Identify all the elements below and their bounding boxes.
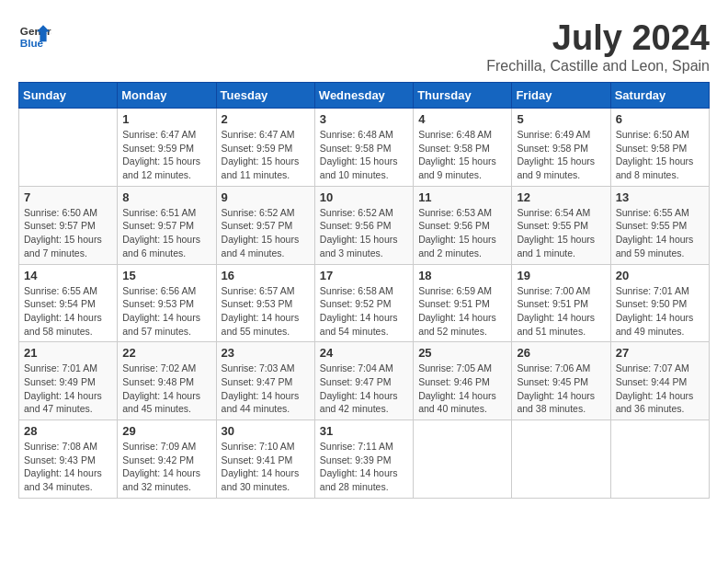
day-cell: 30Sunrise: 7:10 AM Sunset: 9:41 PM Dayli…: [216, 420, 314, 499]
month-title: July 2024: [486, 18, 710, 58]
day-cell: 3Sunrise: 6:48 AM Sunset: 9:58 PM Daylig…: [314, 109, 413, 187]
day-number: 22: [122, 346, 210, 360]
week-row: 7Sunrise: 6:50 AM Sunset: 9:57 PM Daylig…: [19, 186, 710, 264]
day-info: Sunrise: 7:04 AM Sunset: 9:47 PM Dayligh…: [320, 362, 408, 416]
week-row: 14Sunrise: 6:55 AM Sunset: 9:54 PM Dayli…: [19, 264, 710, 342]
day-cell: 14Sunrise: 6:55 AM Sunset: 9:54 PM Dayli…: [19, 264, 118, 342]
day-info: Sunrise: 6:48 AM Sunset: 9:58 PM Dayligh…: [418, 128, 506, 182]
day-number: 9: [222, 190, 310, 204]
day-info: Sunrise: 7:01 AM Sunset: 9:50 PM Dayligh…: [616, 284, 704, 339]
day-cell: 4Sunrise: 6:48 AM Sunset: 9:58 PM Daylig…: [414, 109, 512, 187]
day-info: Sunrise: 6:50 AM Sunset: 9:57 PM Dayligh…: [24, 206, 112, 260]
day-info: Sunrise: 6:57 AM Sunset: 9:53 PM Dayligh…: [222, 284, 310, 339]
day-info: Sunrise: 7:11 AM Sunset: 9:39 PM Dayligh…: [320, 440, 408, 494]
day-info: Sunrise: 6:58 AM Sunset: 9:52 PM Dayligh…: [320, 284, 408, 339]
calendar-table: SundayMondayTuesdayWednesdayThursdayFrid…: [18, 82, 710, 499]
day-cell: 23Sunrise: 7:03 AM Sunset: 9:47 PM Dayli…: [216, 342, 314, 420]
day-cell: 8Sunrise: 6:51 AM Sunset: 9:57 PM Daylig…: [118, 186, 216, 264]
day-number: 11: [418, 190, 506, 204]
day-info: Sunrise: 7:07 AM Sunset: 9:44 PM Dayligh…: [616, 362, 704, 416]
day-cell: [414, 420, 512, 499]
day-info: Sunrise: 7:09 AM Sunset: 9:42 PM Dayligh…: [122, 440, 210, 494]
day-cell: 1Sunrise: 6:47 AM Sunset: 9:59 PM Daylig…: [118, 109, 216, 187]
day-info: Sunrise: 6:55 AM Sunset: 9:54 PM Dayligh…: [24, 284, 112, 339]
day-cell: 13Sunrise: 6:55 AM Sunset: 9:55 PM Dayli…: [610, 186, 709, 264]
day-cell: 25Sunrise: 7:05 AM Sunset: 9:46 PM Dayli…: [414, 342, 512, 420]
day-number: 21: [24, 346, 112, 360]
header-cell-sunday: Sunday: [19, 83, 118, 109]
day-cell: 17Sunrise: 6:58 AM Sunset: 9:52 PM Dayli…: [314, 264, 413, 342]
header-cell-wednesday: Wednesday: [314, 83, 413, 109]
day-cell: 27Sunrise: 7:07 AM Sunset: 9:44 PM Dayli…: [610, 342, 709, 420]
day-number: 30: [222, 424, 310, 438]
day-info: Sunrise: 6:50 AM Sunset: 9:58 PM Dayligh…: [616, 128, 704, 182]
day-cell: 26Sunrise: 7:06 AM Sunset: 9:45 PM Dayli…: [512, 342, 610, 420]
day-cell: [512, 420, 610, 499]
day-info: Sunrise: 7:10 AM Sunset: 9:41 PM Dayligh…: [222, 440, 310, 494]
day-number: 6: [616, 112, 704, 126]
day-number: 29: [122, 424, 210, 438]
day-info: Sunrise: 7:01 AM Sunset: 9:49 PM Dayligh…: [24, 362, 112, 416]
day-cell: 21Sunrise: 7:01 AM Sunset: 9:49 PM Dayli…: [19, 342, 118, 420]
title-area: July 2024 Frechilla, Castille and Leon, …: [486, 18, 710, 75]
day-info: Sunrise: 7:05 AM Sunset: 9:46 PM Dayligh…: [418, 362, 506, 416]
day-info: Sunrise: 7:06 AM Sunset: 9:45 PM Dayligh…: [517, 362, 605, 416]
week-row: 21Sunrise: 7:01 AM Sunset: 9:49 PM Dayli…: [19, 342, 710, 420]
day-info: Sunrise: 7:03 AM Sunset: 9:47 PM Dayligh…: [222, 362, 310, 416]
day-number: 5: [517, 112, 605, 126]
logo: General Blue: [18, 18, 51, 52]
location-title: Frechilla, Castille and Leon, Spain: [486, 58, 710, 75]
day-number: 13: [616, 190, 704, 204]
day-cell: 19Sunrise: 7:00 AM Sunset: 9:51 PM Dayli…: [512, 264, 610, 342]
header-cell-monday: Monday: [118, 83, 216, 109]
day-number: 19: [517, 269, 605, 282]
day-cell: 12Sunrise: 6:54 AM Sunset: 9:55 PM Dayli…: [512, 186, 610, 264]
week-row: 1Sunrise: 6:47 AM Sunset: 9:59 PM Daylig…: [19, 109, 710, 187]
day-info: Sunrise: 6:56 AM Sunset: 9:53 PM Dayligh…: [122, 284, 210, 339]
page-header: General Blue July 2024 Frechilla, Castil…: [18, 18, 710, 75]
day-cell: 22Sunrise: 7:02 AM Sunset: 9:48 PM Dayli…: [118, 342, 216, 420]
day-cell: [610, 420, 709, 499]
day-info: Sunrise: 6:52 AM Sunset: 9:57 PM Dayligh…: [222, 206, 310, 260]
day-number: 26: [517, 346, 605, 360]
day-info: Sunrise: 6:47 AM Sunset: 9:59 PM Dayligh…: [222, 128, 310, 182]
day-number: 27: [616, 346, 704, 360]
day-info: Sunrise: 6:47 AM Sunset: 9:59 PM Dayligh…: [122, 128, 210, 182]
day-cell: 2Sunrise: 6:47 AM Sunset: 9:59 PM Daylig…: [216, 109, 314, 187]
day-number: 8: [122, 190, 210, 204]
day-cell: [19, 109, 118, 187]
day-number: 17: [320, 269, 408, 282]
week-row: 28Sunrise: 7:08 AM Sunset: 9:43 PM Dayli…: [19, 420, 710, 499]
logo-icon: General Blue: [18, 18, 51, 52]
day-number: 4: [418, 112, 506, 126]
day-number: 31: [320, 424, 408, 438]
day-info: Sunrise: 6:59 AM Sunset: 9:51 PM Dayligh…: [418, 284, 506, 339]
day-number: 28: [24, 424, 112, 438]
day-number: 2: [222, 112, 310, 126]
day-info: Sunrise: 6:48 AM Sunset: 9:58 PM Dayligh…: [320, 128, 408, 182]
day-info: Sunrise: 6:55 AM Sunset: 9:55 PM Dayligh…: [616, 206, 704, 260]
day-number: 15: [122, 269, 210, 282]
day-info: Sunrise: 7:00 AM Sunset: 9:51 PM Dayligh…: [517, 284, 605, 339]
day-info: Sunrise: 6:49 AM Sunset: 9:58 PM Dayligh…: [517, 128, 605, 182]
day-number: 24: [320, 346, 408, 360]
calendar-body: 1Sunrise: 6:47 AM Sunset: 9:59 PM Daylig…: [19, 109, 710, 499]
day-number: 10: [320, 190, 408, 204]
day-number: 16: [222, 269, 310, 282]
header-cell-tuesday: Tuesday: [216, 83, 314, 109]
day-cell: 31Sunrise: 7:11 AM Sunset: 9:39 PM Dayli…: [314, 420, 413, 499]
day-cell: 24Sunrise: 7:04 AM Sunset: 9:47 PM Dayli…: [314, 342, 413, 420]
day-number: 3: [320, 112, 408, 126]
day-info: Sunrise: 7:02 AM Sunset: 9:48 PM Dayligh…: [122, 362, 210, 416]
day-info: Sunrise: 6:51 AM Sunset: 9:57 PM Dayligh…: [122, 206, 210, 260]
day-cell: 7Sunrise: 6:50 AM Sunset: 9:57 PM Daylig…: [19, 186, 118, 264]
day-info: Sunrise: 6:54 AM Sunset: 9:55 PM Dayligh…: [517, 206, 605, 260]
day-number: 12: [517, 190, 605, 204]
day-number: 14: [24, 269, 112, 282]
day-cell: 15Sunrise: 6:56 AM Sunset: 9:53 PM Dayli…: [118, 264, 216, 342]
day-info: Sunrise: 6:52 AM Sunset: 9:56 PM Dayligh…: [320, 206, 408, 260]
day-cell: 5Sunrise: 6:49 AM Sunset: 9:58 PM Daylig…: [512, 109, 610, 187]
day-number: 20: [616, 269, 704, 282]
day-cell: 29Sunrise: 7:09 AM Sunset: 9:42 PM Dayli…: [118, 420, 216, 499]
day-number: 25: [418, 346, 506, 360]
